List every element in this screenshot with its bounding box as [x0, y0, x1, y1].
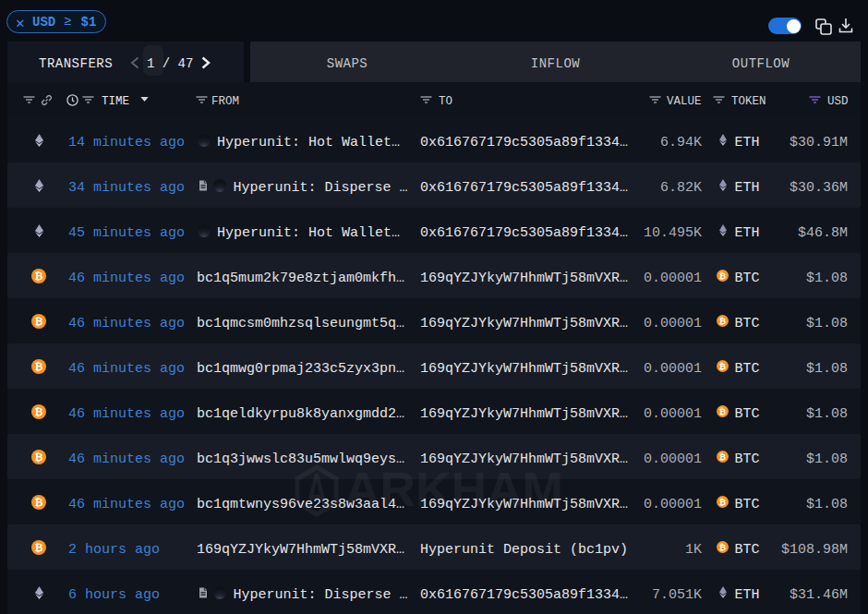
svg-text:₿: ₿: [35, 271, 43, 282]
svg-text:₿: ₿: [35, 451, 43, 463]
svg-text:₿: ₿: [35, 406, 43, 417]
svg-text:₿: ₿: [719, 543, 726, 552]
svg-text:₿: ₿: [719, 362, 726, 371]
svg-text:₿: ₿: [35, 361, 43, 372]
svg-text:₿: ₿: [35, 497, 43, 508]
svg-text:₿: ₿: [35, 316, 43, 327]
svg-text:₿: ₿: [719, 271, 726, 281]
svg-text:₿: ₿: [719, 498, 726, 507]
svg-text:₿: ₿: [719, 317, 726, 326]
svg-text:₿: ₿: [719, 452, 726, 462]
svg-text:₿: ₿: [719, 407, 726, 416]
svg-text:₿: ₿: [35, 542, 43, 553]
